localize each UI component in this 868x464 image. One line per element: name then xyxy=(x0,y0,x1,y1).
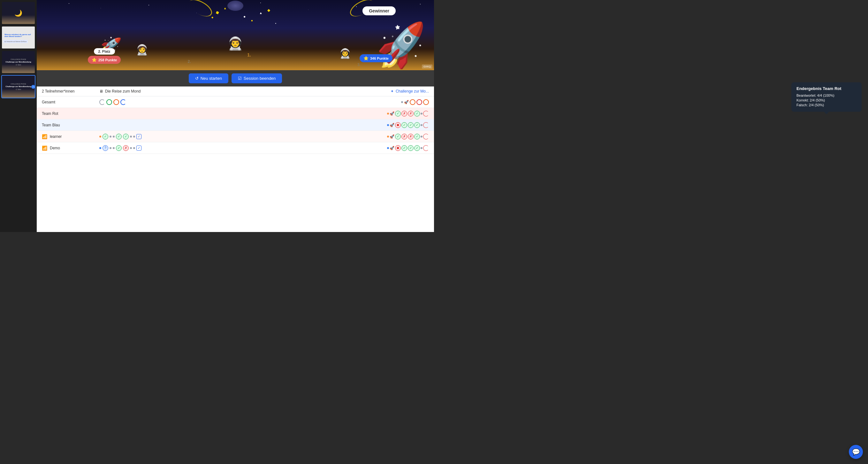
demo-ch-dot-1 xyxy=(387,147,389,149)
demo-dot-4 xyxy=(130,147,132,149)
gesamt-label: Gesamt xyxy=(42,100,99,104)
results-header: 2 Teilnehmer*innen 🖥 Die Reise zum Mond … xyxy=(37,87,434,96)
demo-main-icons: ? ✓ ✗ ✓ xyxy=(99,145,387,151)
confetti-5: ▲ xyxy=(259,11,262,15)
demo-dot-2 xyxy=(110,147,112,149)
demo-ch-rocket: 🚀 xyxy=(390,146,394,150)
demo-dot-5 xyxy=(133,147,135,149)
slide-thumb-2[interactable]: Warum würdest du gerne auf dem Mond land… xyxy=(1,26,35,49)
blau-rocket: 🚀 xyxy=(390,123,394,127)
confetti-2: ▲ xyxy=(223,6,227,10)
gesamt-icon-2 xyxy=(106,99,112,105)
rot-dot-2 xyxy=(421,113,423,114)
second-place: 2. Platz ⭐ 258 Punkte xyxy=(88,48,121,64)
slide-thumb-1[interactable]: 🌙 xyxy=(1,1,35,25)
demo-checkbox: ✓ xyxy=(136,145,142,151)
team-blau-row: Team Blau 🚀 ⏺ ✓ ✓ ✓ xyxy=(37,119,434,131)
podium-3: 3. xyxy=(358,63,361,67)
slide-thumb-4[interactable]: CHALLENGE PHASE Challenge zur Mondlandun… xyxy=(1,75,35,98)
blau-dot-2 xyxy=(421,124,423,126)
podium-2: 2. xyxy=(188,59,191,64)
blau-ch-green-2: ✓ xyxy=(408,122,413,128)
gesamt-icons xyxy=(99,99,401,105)
rot-dot-1 xyxy=(387,113,389,114)
gesamt-ch-1 xyxy=(410,99,415,105)
rot-ch-donut xyxy=(423,111,429,117)
confetti-3: ● xyxy=(243,14,246,19)
winner-astronaut: 👨‍🚀 xyxy=(227,36,243,51)
slide-thumb-3[interactable]: CHALLENGE PHASE Challenge zur Mondlandun… xyxy=(1,51,35,74)
second-place-banner: 2. Platz xyxy=(94,48,115,55)
slide-panel: 🌙 Warum würdest du gerne auf dem Mond la… xyxy=(0,0,37,232)
restart-button[interactable]: ↺ Neu starten xyxy=(189,73,228,83)
winner-score-badge: ⭐ 346 Punkte xyxy=(360,54,393,62)
team-blau-label: Team Blau xyxy=(42,123,99,127)
gesamt-ch-2 xyxy=(416,99,422,105)
challenge-title[interactable]: ✦ Challenge zur Mo... xyxy=(391,89,429,94)
session-title: 🖥 Die Reise zum Mond xyxy=(99,89,391,94)
demo-ch-green-1: ✓ xyxy=(401,145,407,151)
learner-ch-green-2: ✓ xyxy=(414,134,420,139)
demo-wifi-icon: 📶 xyxy=(42,145,47,151)
participants-count: 2 Teilnehmer*innen xyxy=(42,89,99,94)
learner-row: 📶 learner ✓ ✓ ✓ ✓ 🚀 ✓ ✗ ✗ ✓ xyxy=(37,131,434,142)
demo-challenge-icons: 🚀 ⏺ ✓ ✓ ✓ xyxy=(387,145,429,151)
astronaut-2nd: 🧑‍🚀 xyxy=(136,44,149,56)
learner-dot-1 xyxy=(99,136,101,137)
room-code: GXKQ xyxy=(422,64,432,69)
winner-score: ⭐ 346 Punkte xyxy=(360,54,393,62)
learner-ch-rocket: 🚀 xyxy=(390,134,394,139)
learner-check-1: ✓ xyxy=(102,134,108,139)
blau-ch-red-1: ⏺ xyxy=(395,122,401,128)
learner-dot-3 xyxy=(113,136,115,137)
blau-ch-donut xyxy=(423,122,429,128)
learner-wifi-icon: 📶 xyxy=(42,134,47,139)
demo-ch-red-1: ⏺ xyxy=(395,145,401,151)
monitor-icon: 🖥 xyxy=(99,89,103,94)
learner-label: 📶 learner xyxy=(42,134,99,139)
learner-main-icons: ✓ ✓ ✓ ✓ xyxy=(99,134,387,139)
second-place-score: ⭐ 258 Punkte xyxy=(88,56,121,64)
learner-dot-4 xyxy=(130,136,132,137)
blau-ch-green-3: ✓ xyxy=(414,122,420,128)
end-session-button[interactable]: ☑ Session beenden xyxy=(231,73,282,83)
demo-ch-green-3: ✓ xyxy=(414,145,420,151)
game-display: ◆ ▲ ● ■ ▲ ◆ ◆ ● 🚀 2. Platz ⭐ 258 Punkte … xyxy=(37,0,434,70)
podium-1: 1. xyxy=(247,52,251,58)
rot-ch-red-1: ✗ xyxy=(401,111,407,117)
learner-ch-dot-1 xyxy=(387,136,389,137)
learner-ch-red-2: ✗ xyxy=(408,134,413,139)
gesamt-dot-1 xyxy=(401,101,403,103)
gesamt-icon-4 xyxy=(120,99,126,105)
demo-ch-dot-2 xyxy=(421,147,423,149)
rot-ch-green-1: ✓ xyxy=(395,111,401,117)
gesamt-icon-1 xyxy=(99,99,105,105)
rot-ch-red-2: ✗ xyxy=(408,111,413,117)
learner-dot-2 xyxy=(110,136,112,137)
learner-dot-5 xyxy=(133,136,135,137)
results-area: 2 Teilnehmer*innen 🖥 Die Reise zum Mond … xyxy=(37,87,434,232)
restart-icon: ↺ xyxy=(195,76,199,81)
planet xyxy=(227,1,243,11)
demo-x-1: ✗ xyxy=(123,145,129,151)
learner-checkbox: ✓ xyxy=(136,134,142,139)
astronaut-3rd: 👨‍🚀 xyxy=(339,48,351,59)
learner-ch-red-1: ✗ xyxy=(401,134,407,139)
learner-check-2: ✓ xyxy=(116,134,122,139)
rocket-large: 🚀 xyxy=(374,20,430,70)
learner-challenge-icons: 🚀 ✓ ✗ ✗ ✓ xyxy=(387,134,429,139)
demo-dot-1 xyxy=(99,147,101,149)
winner-banner: Gewinner xyxy=(363,6,396,15)
learner-check-3: ✓ xyxy=(123,134,129,139)
gesamt-icon-3 xyxy=(113,99,119,105)
gesamt-rocket-1: 🚀 xyxy=(404,100,409,104)
controls-bar: ↺ Neu starten ☑ Session beenden xyxy=(37,70,434,87)
learner-ch-green-1: ✓ xyxy=(395,134,401,139)
demo-dot-3 xyxy=(113,147,115,149)
demo-ch-donut xyxy=(423,145,429,151)
confetti-4: ■ xyxy=(251,19,253,22)
active-slide-indicator: › xyxy=(31,85,35,89)
learner-ch-dot-2 xyxy=(421,136,423,137)
learner-ch-donut xyxy=(423,134,429,139)
star-icon-2: ⭐ xyxy=(92,58,97,62)
